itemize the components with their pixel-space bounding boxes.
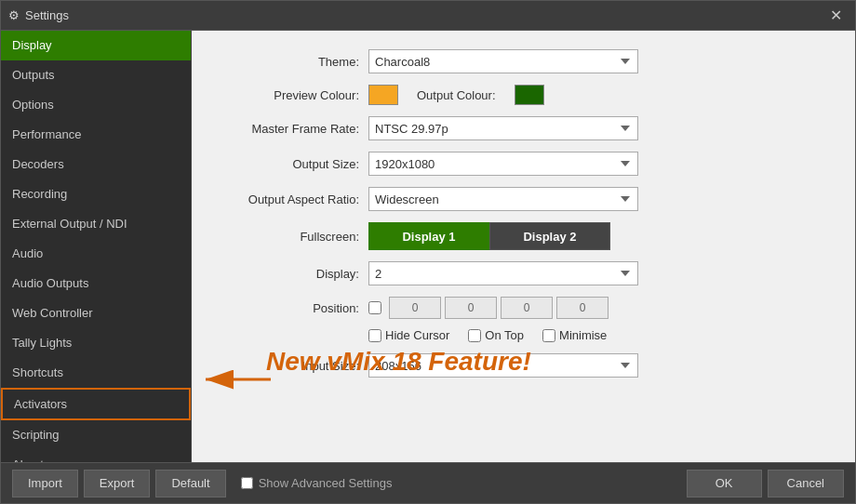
master-frame-rate-select[interactable]: NTSC 29.97p PAL 25p 23.976p 50p 59.94p 6…	[368, 116, 638, 140]
colour-controls: Output Colour:	[368, 85, 544, 105]
content-panel: Theme: Charcoal8 Dark Light Classic Prev…	[192, 31, 855, 462]
display-label: Display:	[220, 267, 359, 281]
output-size-row: Output Size: 1920x1080 1280x720 3840x216…	[220, 152, 827, 176]
default-button[interactable]: Default	[155, 470, 225, 497]
position-input-y[interactable]	[445, 297, 497, 319]
output-colour-label: Output Colour:	[417, 88, 496, 102]
settings-window: ⚙ Settings ✕ Display Outputs Options Per…	[0, 0, 856, 504]
settings-icon: ⚙	[8, 8, 20, 22]
theme-row: Theme: Charcoal8 Dark Light Classic	[220, 49, 827, 73]
output-size-label: Output Size:	[220, 157, 359, 171]
minimise-label: Minimise	[559, 328, 607, 342]
theme-select[interactable]: Charcoal8 Dark Light Classic	[368, 49, 638, 73]
hide-cursor-group: Hide Cursor	[368, 328, 449, 342]
position-input-h[interactable]	[556, 297, 609, 319]
sidebar-item-display[interactable]: Display	[1, 31, 191, 60]
position-checkbox[interactable]	[368, 301, 381, 314]
input-size-select[interactable]: 208x156 160x120 240x180 320x240	[368, 353, 638, 378]
display-select[interactable]: 2 1 3	[368, 261, 638, 285]
sidebar-item-decoders[interactable]: Decoders	[1, 150, 191, 179]
cancel-button[interactable]: Cancel	[768, 470, 844, 497]
show-advanced-checkbox[interactable]	[241, 477, 253, 489]
window-title: Settings	[25, 8, 69, 22]
checkbox-row: Hide Cursor On Top Minimise	[220, 328, 827, 342]
sidebar-item-options[interactable]: Options	[1, 90, 191, 120]
input-size-label: Input Size:	[220, 359, 359, 373]
display2-button[interactable]: Display 2	[489, 222, 610, 250]
show-advanced-label: Show Advanced Settings	[259, 476, 393, 490]
title-bar: ⚙ Settings ✕	[1, 1, 855, 31]
bottom-bar: Import Export Default Show Advanced Sett…	[1, 462, 855, 503]
master-frame-rate-row: Master Frame Rate: NTSC 29.97p PAL 25p 2…	[220, 116, 827, 140]
sidebar: Display Outputs Options Performance Deco…	[1, 31, 192, 462]
hide-cursor-label: Hide Cursor	[385, 328, 449, 342]
preview-colour-swatch[interactable]	[368, 85, 398, 105]
display-row: Display: 2 1 3	[220, 261, 827, 285]
output-aspect-ratio-row: Output Aspect Ratio: Widescreen 4:3 Cust…	[220, 187, 827, 211]
output-size-select[interactable]: 1920x1080 1280x720 3840x2160 1024x768	[368, 152, 638, 176]
sidebar-item-shortcuts[interactable]: Shortcuts	[1, 358, 191, 388]
main-content: Display Outputs Options Performance Deco…	[1, 31, 855, 462]
minimise-checkbox[interactable]	[542, 329, 555, 342]
on-top-checkbox[interactable]	[468, 329, 481, 342]
export-button[interactable]: Export	[84, 470, 151, 497]
on-top-label: On Top	[485, 328, 524, 342]
sidebar-item-recording[interactable]: Recording	[1, 179, 191, 209]
minimise-group: Minimise	[542, 328, 607, 342]
sidebar-item-tally-lights[interactable]: Tally Lights	[1, 328, 191, 358]
colour-row: Preview Colour: Output Colour:	[220, 85, 827, 105]
input-size-row: Input Size: 208x156 160x120 240x180 320x…	[220, 353, 827, 378]
sidebar-item-web-controller[interactable]: Web Controller	[1, 298, 191, 328]
import-button[interactable]: Import	[12, 470, 78, 497]
close-button[interactable]: ✕	[824, 7, 848, 25]
show-advanced-group: Show Advanced Settings	[241, 476, 393, 490]
fullscreen-row: Fullscreen: Display 1 Display 2	[220, 222, 827, 250]
fullscreen-label: Fullscreen:	[220, 230, 359, 244]
sidebar-item-performance[interactable]: Performance	[1, 120, 191, 150]
master-frame-rate-label: Master Frame Rate:	[220, 122, 359, 136]
hide-cursor-checkbox[interactable]	[368, 329, 381, 342]
sidebar-item-scripting[interactable]: Scripting	[1, 420, 191, 450]
sidebar-item-external-output[interactable]: External Output / NDI	[1, 209, 191, 239]
position-input-w[interactable]	[501, 297, 553, 319]
position-inputs	[368, 297, 609, 319]
output-aspect-ratio-label: Output Aspect Ratio:	[220, 192, 359, 206]
display1-button[interactable]: Display 1	[368, 222, 489, 250]
position-label: Position:	[220, 301, 359, 315]
output-colour-swatch[interactable]	[515, 85, 544, 105]
position-row: Position:	[220, 297, 827, 319]
sidebar-item-audio[interactable]: Audio	[1, 239, 191, 269]
sidebar-item-outputs[interactable]: Outputs	[1, 60, 191, 90]
preview-colour-label: Preview Colour:	[220, 88, 359, 102]
theme-label: Theme:	[220, 55, 359, 69]
output-aspect-ratio-select[interactable]: Widescreen 4:3 Custom	[368, 187, 638, 211]
ok-button[interactable]: OK	[687, 470, 762, 497]
title-bar-left: ⚙ Settings	[8, 8, 69, 22]
position-input-x[interactable]	[389, 297, 441, 319]
on-top-group: On Top	[468, 328, 524, 342]
sidebar-item-activators[interactable]: Activators	[1, 388, 191, 420]
sidebar-item-audio-outputs[interactable]: Audio Outputs	[1, 269, 191, 298]
sidebar-item-about[interactable]: About	[1, 450, 191, 462]
